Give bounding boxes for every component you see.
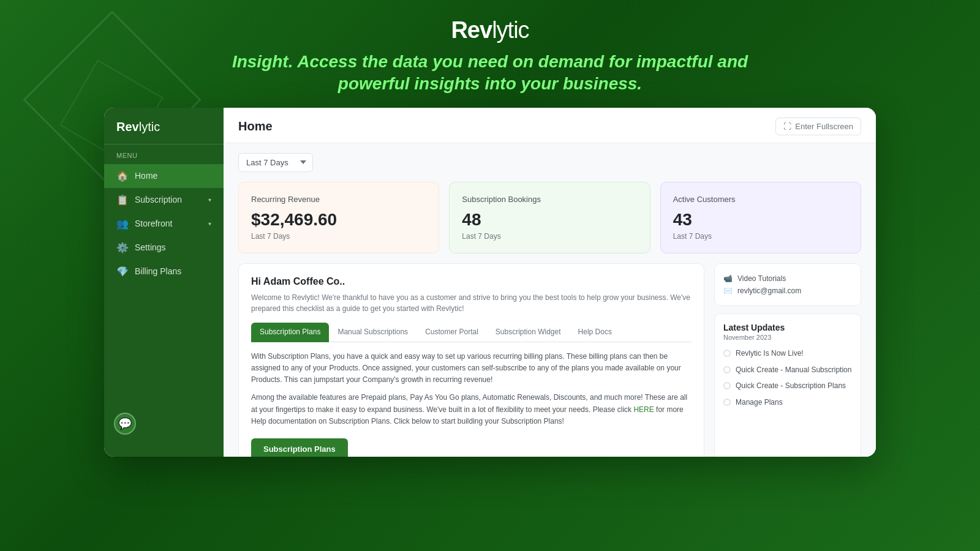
stats-grid: Recurring Revenue $32,469.60 Last 7 Days… [238,182,861,253]
update-dot [723,366,731,373]
tab-subscription-widget[interactable]: Subscription Widget [487,323,570,342]
stat-card-customers: Active Customers 43 Last 7 Days [660,182,861,253]
subscription-icon: 📋 [116,194,129,206]
content-body: Last 7 Days Last 30 Days Last 90 Days Re… [224,143,876,457]
sidebar: Revlytic Menu 🏠 Home 📋 Subscription ▾ 👥 … [104,108,224,457]
welcome-title: Hi Adam Coffee Co.. [251,276,692,287]
stat-value-customers: 43 [673,210,848,230]
update-item-3: Quick Create - Subscription Plans [723,381,852,391]
stat-value-bookings: 48 [462,210,637,230]
content-header: Home ⛶ Enter Fullscreen [224,108,876,143]
updates-title: Latest Updates [723,323,852,332]
fullscreen-button[interactable]: ⛶ Enter Fullscreen [775,118,861,135]
stat-card-bookings: Subscription Bookings 48 Last 7 Days [449,182,650,253]
update-item-1: Revlytic Is Now Live! [723,348,852,359]
sidebar-item-subscription[interactable]: 📋 Subscription ▾ [104,188,224,212]
here-link[interactable]: HERE [633,405,654,414]
sidebar-item-label: Billing Plans [135,266,181,276]
brand-rev: Rev [451,17,492,43]
sidebar-brand-lytic: lytic [139,120,160,133]
tab-subscription-plans[interactable]: Subscription Plans [251,323,329,342]
tab-customer-portal[interactable]: Customer Portal [417,323,487,342]
stat-card-revenue: Recurring Revenue $32,469.60 Last 7 Days [238,182,439,253]
sidebar-item-settings[interactable]: ⚙️ Settings [104,236,224,260]
subscription-plans-button[interactable]: Subscription Plans [251,438,348,457]
update-text-1: Revlytic Is Now Live! [736,348,804,359]
update-item-2: Quick Create - Manual Subscription [723,365,852,375]
date-filter: Last 7 Days Last 30 Days Last 90 Days [238,153,861,172]
stat-label-customers: Active Customers [673,195,848,204]
sidebar-item-home[interactable]: 🏠 Home [104,164,224,188]
sidebar-item-label: Home [135,171,157,181]
update-text-2: Quick Create - Manual Subscription [736,365,851,375]
email-icon: ✉️ [723,287,733,295]
date-select[interactable]: Last 7 Days Last 30 Days Last 90 Days [238,153,313,172]
bottom-grid: Hi Adam Coffee Co.. Welcome to Revlytic!… [238,263,861,457]
sidebar-brand: Revlytic [104,120,224,144]
welcome-card: Hi Adam Coffee Co.. Welcome to Revlytic!… [238,263,704,457]
tab-help-docs[interactable]: Help Docs [570,323,620,342]
sidebar-item-label: Storefront [135,219,172,228]
settings-icon: ⚙️ [116,242,129,253]
storefront-icon: 👥 [116,218,129,230]
stat-label-revenue: Recurring Revenue [251,195,426,204]
stat-label-bookings: Subscription Bookings [462,195,637,204]
home-icon: 🏠 [116,170,129,182]
info-row-email: ✉️ revlytic@gmail.com [723,285,852,297]
sidebar-item-label: Settings [135,242,166,252]
header-section: Revlytic Insight. Access the data you ne… [0,0,980,108]
video-icon: 📹 [723,274,733,283]
tabs: Subscription Plans Manual Subscriptions … [251,323,692,342]
update-text-3: Quick Create - Subscription Plans [736,381,846,391]
tab-manual-subscriptions[interactable]: Manual Subscriptions [329,323,417,342]
app-container: Revlytic Menu 🏠 Home 📋 Subscription ▾ 👥 … [104,108,876,457]
fullscreen-icon: ⛶ [783,122,791,131]
billing-icon: 💎 [116,266,129,277]
tagline: Insight. Access the data you need on dem… [214,51,766,96]
main-content: Home ⛶ Enter Fullscreen Last 7 Days Last… [224,108,876,457]
update-text-4: Manage Plans [736,397,783,408]
sidebar-item-label: Subscription [135,195,182,204]
update-dot [723,382,731,389]
welcome-text: Welcome to Revlytic! We're thankful to h… [251,292,692,314]
page-title: Home [238,119,273,133]
sidebar-item-storefront[interactable]: 👥 Storefront ▾ [104,212,224,236]
tab-content-para1: With Subscription Plans, you have a quic… [251,351,692,386]
stat-sublabel-revenue: Last 7 Days [251,232,426,241]
update-dot [723,399,731,406]
info-text-email: revlytic@gmail.com [737,287,801,295]
stat-value-revenue: $32,469.60 [251,210,426,230]
brand-lytic: lytic [492,17,529,43]
sidebar-brand-rev: Rev [116,120,139,133]
stat-sublabel-customers: Last 7 Days [673,232,848,241]
chat-button[interactable]: 💬 [114,413,136,435]
tab-content-para2: Among the available features are Prepaid… [251,392,692,427]
update-item-4: Manage Plans [723,397,852,408]
info-row-tutorials: 📹 Video Tutorials [723,272,852,285]
brand-logo: Revlytic [0,17,980,43]
chevron-down-icon: ▾ [208,197,211,203]
updates-date: November 2023 [723,334,852,341]
fullscreen-label: Enter Fullscreen [795,122,853,131]
sidebar-bottom: 💬 [104,403,224,444]
update-dot [723,350,731,357]
updates-card: Latest Updates November 2023 Revlytic Is… [714,313,861,457]
sidebar-item-billing-plans[interactable]: 💎 Billing Plans [104,260,224,283]
sidebar-menu-label: Menu [104,152,224,164]
chevron-down-icon: ▾ [208,220,211,227]
info-card: 📹 Video Tutorials ✉️ revlytic@gmail.com [714,263,861,306]
stat-sublabel-bookings: Last 7 Days [462,232,637,241]
right-panel: 📹 Video Tutorials ✉️ revlytic@gmail.com … [714,263,861,457]
info-text-tutorials: Video Tutorials [737,274,786,283]
